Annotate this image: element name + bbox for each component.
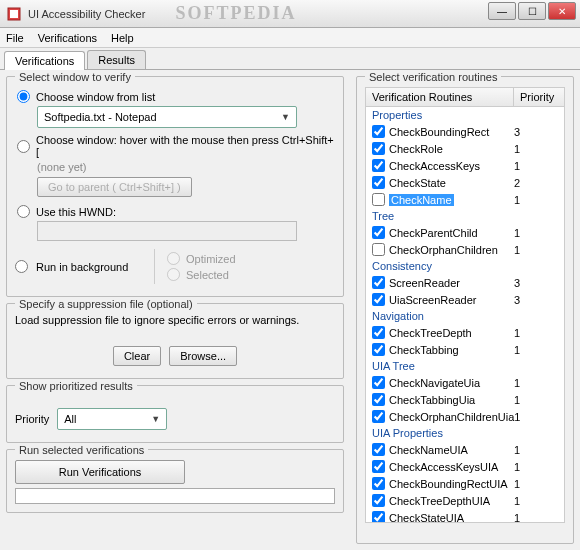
menu-help[interactable]: Help	[111, 32, 134, 44]
app-icon	[6, 6, 22, 22]
routine-row[interactable]: CheckOrphanChildrenUia1	[366, 408, 564, 425]
radio-choose-from-list[interactable]	[17, 90, 30, 103]
routine-priority: 1	[514, 444, 558, 456]
routine-priority: 1	[514, 411, 558, 423]
priority-combobox[interactable]: All	[57, 408, 167, 430]
group-routines: Select verification routines Verificatio…	[356, 76, 574, 544]
menu-file[interactable]: File	[6, 32, 24, 44]
radio-use-hwnd[interactable]	[17, 205, 30, 218]
radio-selected[interactable]	[167, 268, 180, 281]
tab-verifications[interactable]: Verifications	[4, 51, 85, 70]
routine-row[interactable]: CheckTreeDepth1	[366, 324, 564, 341]
close-button[interactable]: ✕	[548, 2, 576, 20]
radio-choose-hover[interactable]	[17, 140, 30, 153]
routine-name: CheckAccessKeysUIA	[389, 461, 498, 473]
routine-checkbox[interactable]	[372, 477, 385, 490]
minimize-button[interactable]: —	[488, 2, 516, 20]
routine-priority: 2	[514, 177, 558, 189]
routine-category: Tree	[366, 208, 564, 224]
routine-row[interactable]: CheckTreeDepthUIA1	[366, 492, 564, 509]
hwnd-input[interactable]	[37, 221, 297, 241]
routine-row[interactable]: CheckTabbingUia1	[366, 391, 564, 408]
routine-row[interactable]: CheckNavigateUia1	[366, 374, 564, 391]
window-title: UI Accessibility Checker	[28, 8, 145, 20]
label-selected: Selected	[186, 269, 229, 281]
routine-row[interactable]: CheckState2	[366, 174, 564, 191]
routine-row[interactable]: CheckBoundingRect3	[366, 123, 564, 140]
routine-name: CheckName	[389, 194, 454, 206]
routine-priority: 1	[514, 478, 558, 490]
routine-priority: 1	[514, 327, 558, 339]
routine-row[interactable]: CheckAccessKeysUIA1	[366, 458, 564, 475]
routine-name: CheckTabbingUia	[389, 394, 475, 406]
routine-checkbox[interactable]	[372, 159, 385, 172]
menu-verifications[interactable]: Verifications	[38, 32, 97, 44]
routine-checkbox[interactable]	[372, 460, 385, 473]
routine-row[interactable]: CheckParentChild1	[366, 224, 564, 241]
clear-button[interactable]: Clear	[113, 346, 161, 366]
routine-row[interactable]: CheckName1	[366, 191, 564, 208]
routine-name: ScreenReader	[389, 277, 460, 289]
label-priority: Priority	[15, 413, 49, 425]
routine-checkbox[interactable]	[372, 376, 385, 389]
routine-name: CheckParentChild	[389, 227, 478, 239]
routine-priority: 1	[514, 495, 558, 507]
go-to-parent-button[interactable]: Go to parent ( Ctrl+Shift+] )	[37, 177, 192, 197]
routine-priority: 1	[514, 244, 558, 256]
routine-checkbox[interactable]	[372, 243, 385, 256]
routine-priority: 1	[514, 194, 558, 206]
routine-category: Properties	[366, 107, 564, 123]
routine-checkbox[interactable]	[372, 511, 385, 522]
routine-priority: 1	[514, 394, 558, 406]
routine-row[interactable]: CheckOrphanChildren1	[366, 241, 564, 258]
routine-name: CheckOrphanChildren	[389, 244, 498, 256]
run-verifications-button[interactable]: Run Verifications	[15, 460, 185, 484]
radio-run-background[interactable]	[15, 260, 28, 273]
routines-header: Verification Routines Priority	[366, 88, 564, 107]
titlebar: UI Accessibility Checker SOFTPEDIA — ☐ ✕	[0, 0, 580, 28]
radio-optimized[interactable]	[167, 252, 180, 265]
routine-row[interactable]: CheckRole1	[366, 140, 564, 157]
tab-results[interactable]: Results	[87, 50, 146, 69]
window-combobox[interactable]: Softpedia.txt - Notepad	[37, 106, 297, 128]
routine-name: CheckStateUIA	[389, 512, 464, 523]
routine-checkbox[interactable]	[372, 193, 385, 206]
routine-checkbox[interactable]	[372, 343, 385, 356]
routine-row[interactable]: CheckAccessKeys1	[366, 157, 564, 174]
routine-checkbox[interactable]	[372, 125, 385, 138]
routine-priority: 1	[514, 344, 558, 356]
routine-priority: 1	[514, 143, 558, 155]
routine-row[interactable]: CheckStateUIA1	[366, 509, 564, 522]
group-title-priority: Show prioritized results	[15, 380, 137, 392]
routine-checkbox[interactable]	[372, 393, 385, 406]
routine-priority: 1	[514, 227, 558, 239]
routine-row[interactable]: CheckNameUIA1	[366, 441, 564, 458]
routine-checkbox[interactable]	[372, 276, 385, 289]
window-combobox-value: Softpedia.txt - Notepad	[44, 111, 157, 123]
routine-category: UIA Properties	[366, 425, 564, 441]
label-use-hwnd: Use this HWND:	[36, 206, 116, 218]
routine-checkbox[interactable]	[372, 410, 385, 423]
routines-body[interactable]: PropertiesCheckBoundingRect3CheckRole1Ch…	[366, 107, 564, 522]
routine-checkbox[interactable]	[372, 176, 385, 189]
col-priority[interactable]: Priority	[514, 88, 564, 106]
browse-button[interactable]: Browse...	[169, 346, 237, 366]
group-title-suppression: Specify a suppression file (optional)	[15, 298, 197, 310]
routine-row[interactable]: UiaScreenReader3	[366, 291, 564, 308]
routine-row[interactable]: CheckBoundingRectUIA1	[366, 475, 564, 492]
maximize-button[interactable]: ☐	[518, 2, 546, 20]
menubar: File Verifications Help	[0, 28, 580, 48]
routine-name: CheckBoundingRect	[389, 126, 489, 138]
routine-checkbox[interactable]	[372, 293, 385, 306]
routine-row[interactable]: CheckTabbing1	[366, 341, 564, 358]
routine-checkbox[interactable]	[372, 326, 385, 339]
routine-checkbox[interactable]	[372, 494, 385, 507]
routine-checkbox[interactable]	[372, 443, 385, 456]
routine-priority: 1	[514, 512, 558, 523]
routine-category: UIA Tree	[366, 358, 564, 374]
routine-row[interactable]: ScreenReader3	[366, 274, 564, 291]
col-routine[interactable]: Verification Routines	[366, 88, 514, 106]
routine-checkbox[interactable]	[372, 142, 385, 155]
routine-checkbox[interactable]	[372, 226, 385, 239]
routine-name: CheckState	[389, 177, 446, 189]
